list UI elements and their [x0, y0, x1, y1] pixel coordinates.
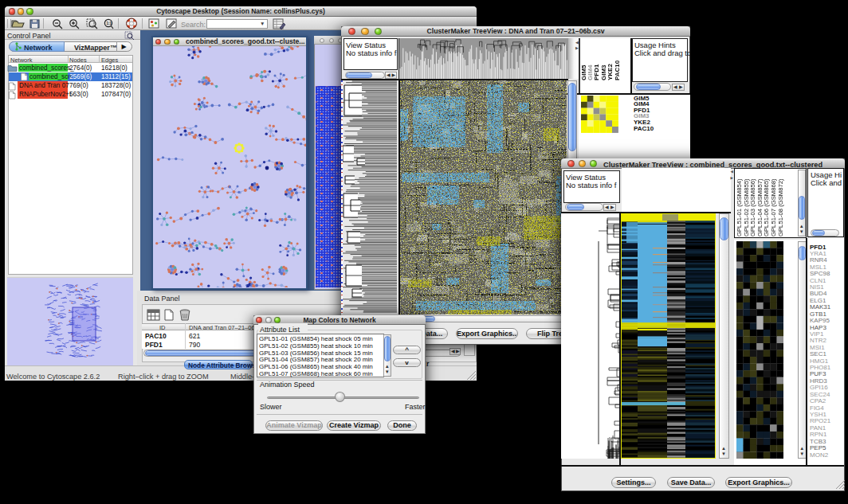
svg-text:1:1: 1:1 — [106, 21, 112, 25]
